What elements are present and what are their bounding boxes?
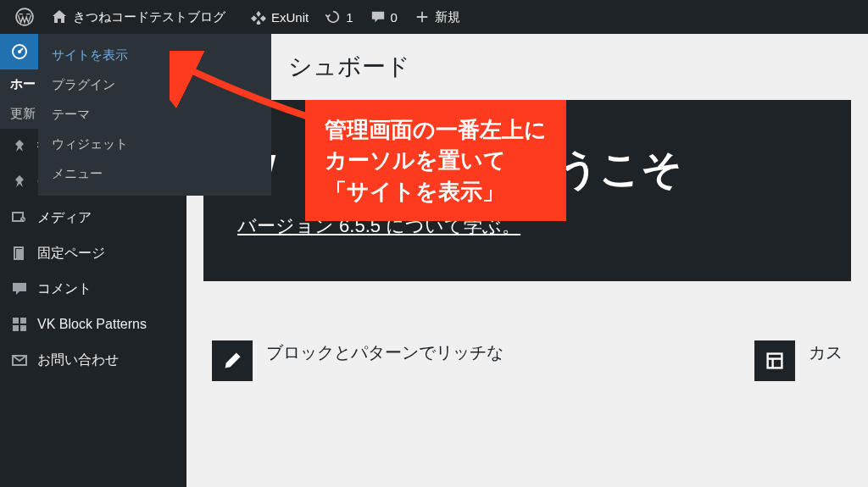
pin-icon (10, 173, 29, 191)
site-name-label: きつねコードテストブログ (73, 9, 225, 25)
edit-icon (212, 340, 253, 381)
sidebar-item-pages[interactable]: 固定ページ (0, 235, 186, 271)
updates-count: 1 (346, 10, 353, 25)
exunit-menu[interactable]: ExUnit (242, 0, 317, 34)
svg-rect-10 (20, 325, 26, 331)
dropdown-item-menus[interactable]: メニュー (38, 159, 271, 189)
card-text: カス (809, 340, 843, 364)
svg-rect-8 (20, 318, 26, 324)
dropdown-item-widgets[interactable]: ウィジェット (38, 130, 271, 159)
plus-icon (415, 9, 430, 25)
new-content-menu[interactable]: 新規 (406, 0, 469, 34)
svg-rect-9 (13, 325, 19, 331)
welcome-panel: W ordPressへ ようこそ バージョン 6.5.5 について学ぶ。 (203, 100, 851, 281)
dropdown-item-view-site[interactable]: サイトを表示 (38, 41, 271, 70)
comments-count: 0 (391, 10, 398, 25)
refresh-icon (326, 9, 341, 25)
sidebar-item-label: 固定ページ (37, 245, 105, 263)
welcome-title: W ordPressへ ようこそ (237, 142, 817, 196)
media-icon (10, 208, 29, 227)
sidebar-item-label: メディア (37, 209, 92, 227)
sidebar-item-vk-patterns[interactable]: VK Block Patterns (0, 307, 186, 342)
comment-icon (370, 9, 386, 25)
dashboard-icon (10, 42, 29, 61)
updates-menu[interactable]: 1 (317, 0, 361, 34)
comment-icon (10, 279, 29, 298)
site-name-menu[interactable]: きつねコードテストブログ (42, 0, 234, 34)
wp-logo-menu[interactable] (7, 0, 42, 34)
comments-menu[interactable]: 0 (362, 0, 406, 34)
mail-icon (10, 351, 29, 369)
sidebar-item-media[interactable]: メディア (0, 200, 186, 235)
sidebar-item-label: VK Block Patterns (37, 317, 147, 332)
home-icon (51, 8, 68, 25)
dropdown-item-themes[interactable]: テーマ (38, 100, 271, 130)
wordpress-logo-icon (15, 8, 34, 26)
sidebar-item-label: お問い合わせ (37, 351, 119, 369)
welcome-cards: ブロックとパターンでリッチな カス (203, 315, 851, 381)
pin-icon (10, 137, 29, 156)
sidebar-item-label: コメント (37, 280, 92, 298)
new-label: 新規 (435, 9, 460, 25)
card-text: ブロックとパターンでリッチな (266, 340, 504, 364)
page-icon (10, 244, 29, 263)
exunit-icon (251, 9, 266, 25)
dropdown-item-plugins[interactable]: プラグイン (38, 70, 271, 100)
grid-icon (10, 315, 29, 334)
main-content: シュボード W ordPressへ ようこそ バージョン 6.5.5 について学… (186, 34, 868, 487)
layout-icon (754, 340, 795, 381)
svg-point-2 (18, 50, 21, 53)
admin-bar: きつねコードテストブログ ExUnit 1 0 新規 (0, 0, 868, 34)
sidebar-item-contact[interactable]: お問い合わせ (0, 342, 186, 378)
site-dropdown: サイトを表示 プラグイン テーマ ウィジェット メニュー (38, 34, 271, 196)
welcome-card-blocks: ブロックとパターンでリッチな (212, 340, 504, 381)
version-link[interactable]: バージョン 6.5.5 について学ぶ。 (237, 215, 520, 236)
svg-rect-6 (16, 249, 23, 259)
sidebar-item-comments[interactable]: コメント (0, 271, 186, 307)
svg-rect-12 (768, 354, 782, 368)
page-title: シュボード (203, 51, 851, 83)
exunit-label: ExUnit (271, 10, 309, 25)
welcome-card-customize: カス (754, 340, 843, 381)
svg-rect-7 (13, 318, 19, 324)
